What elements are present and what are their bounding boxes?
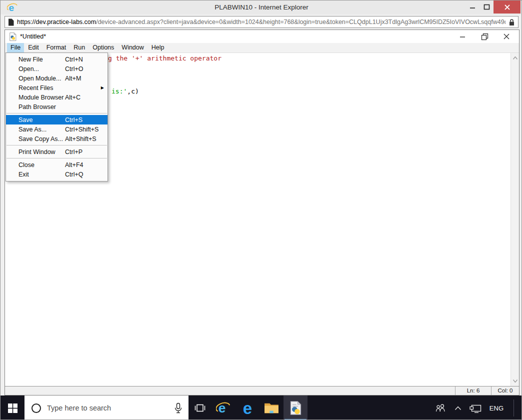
status-line-indicator: Ln: 6 (455, 386, 491, 395)
start-button[interactable] (0, 396, 24, 420)
code-plain-fragment: ,c) (127, 88, 138, 95)
code-comment-fragment: g the '+' arithmetic operator (108, 54, 222, 62)
menu-options[interactable]: Options (89, 43, 118, 52)
idle-window-controls (457, 30, 512, 43)
url-domain: https://dev.practice-labs.com (17, 18, 96, 26)
idle-menubar: File Edit Format Run Options Window Help (5, 43, 519, 53)
menu-separator (6, 145, 107, 146)
editor-vertical-scrollbar[interactable] (510, 53, 519, 386)
menu-item-close[interactable]: Close Alt+F4 (6, 160, 108, 170)
url-path: /device-advanced.aspx?client=java&device… (96, 18, 506, 26)
file-dropdown-menu: New File Ctrl+N Open... Ctrl+O Open Modu… (6, 52, 108, 182)
menu-item-print-window[interactable]: Print Window Ctrl+P (6, 147, 108, 156)
taskbar-search-box[interactable] (24, 396, 188, 420)
menu-edit[interactable]: Edit (24, 43, 42, 52)
edge-icon: e (243, 400, 252, 416)
code-line-fragment: is:',c) (112, 88, 139, 95)
menu-separator (6, 158, 107, 158)
show-hidden-icons-chevron-icon[interactable] (454, 406, 462, 410)
file-explorer-icon (264, 402, 279, 414)
scroll-up-icon[interactable] (511, 54, 519, 62)
menu-item-save-copy-as[interactable]: Save Copy As... Alt+Shift+S (6, 134, 108, 144)
windows-taskbar: e e (0, 396, 522, 420)
menu-item-path-browser[interactable]: Path Browser (6, 102, 108, 112)
search-input[interactable] (47, 404, 174, 412)
screen: e PLABWIN10 - Internet Explorer https://… (0, 0, 522, 420)
show-desktop-button[interactable] (519, 396, 522, 420)
idle-statusbar: Ln: 6 Col: 0 (5, 386, 519, 395)
taskbar-internet-explorer-button[interactable]: e (212, 396, 236, 420)
browser-window-title: PLABWIN10 - Internet Explorer (0, 0, 522, 14)
browser-titlebar: e PLABWIN10 - Internet Explorer (0, 0, 522, 14)
python-file-icon (288, 401, 302, 415)
menu-run[interactable]: Run (70, 43, 88, 52)
idle-window-title: *Untitled* (20, 33, 46, 40)
scroll-down-icon[interactable] (511, 377, 519, 385)
task-view-button[interactable] (188, 396, 212, 420)
taskbar-file-explorer-button[interactable] (260, 396, 284, 420)
taskbar-spacer (308, 396, 435, 420)
taskbar-python-idle-button[interactable] (284, 396, 308, 420)
menu-item-save-as[interactable]: Save As... Ctrl+Shift+S (6, 124, 108, 134)
page-icon (8, 18, 14, 26)
menu-format[interactable]: Format (43, 43, 70, 52)
python-file-icon (8, 32, 17, 41)
menu-item-new-file[interactable]: New File Ctrl+N (6, 54, 108, 64)
browser-address-row: https://dev.practice-labs.com/device-adv… (0, 14, 522, 30)
code-string-fragment: is:' (112, 88, 127, 95)
menu-item-exit[interactable]: Exit Ctrl+Q (6, 170, 108, 179)
menu-item-open[interactable]: Open... Ctrl+O (6, 64, 108, 74)
microphone-icon[interactable] (174, 402, 182, 414)
idle-close-button[interactable] (501, 31, 512, 42)
menu-help[interactable]: Help (148, 43, 168, 52)
menu-item-recent-files[interactable]: Recent Files ▶ (6, 83, 108, 92)
status-column-indicator: Col: 0 (491, 386, 519, 395)
people-icon[interactable] (435, 404, 446, 412)
system-tray: ENG (435, 396, 519, 420)
taskbar-edge-button[interactable]: e (236, 396, 260, 420)
language-indicator[interactable]: ENG (490, 404, 504, 412)
idle-titlebar: *Untitled* (5, 30, 519, 43)
menu-item-open-module[interactable]: Open Module... Alt+M (6, 74, 108, 83)
url-text: https://dev.practice-labs.com/device-adv… (17, 18, 506, 26)
menu-item-module-browser[interactable]: Module Browser Alt+C (6, 92, 108, 102)
browser-minimize-button[interactable] (466, 0, 478, 14)
browser-maximize-button[interactable] (480, 0, 492, 14)
browser-close-button[interactable] (494, 0, 520, 14)
show-desktop-divider[interactable] (514, 400, 514, 416)
cortana-icon (32, 404, 41, 413)
submenu-arrow-icon: ▶ (101, 86, 104, 90)
menu-item-save[interactable]: Save Ctrl+S (6, 115, 108, 124)
menu-separator (6, 113, 107, 114)
idle-minimize-button[interactable] (457, 31, 468, 42)
network-icon[interactable] (470, 404, 482, 413)
lock-icon (508, 18, 515, 26)
address-bar-input[interactable]: https://dev.practice-labs.com/device-adv… (4, 16, 518, 28)
menu-file[interactable]: File (7, 43, 24, 52)
idle-restore-button[interactable] (479, 31, 490, 42)
internet-explorer-icon: e (216, 400, 231, 416)
menu-window[interactable]: Window (118, 43, 147, 52)
